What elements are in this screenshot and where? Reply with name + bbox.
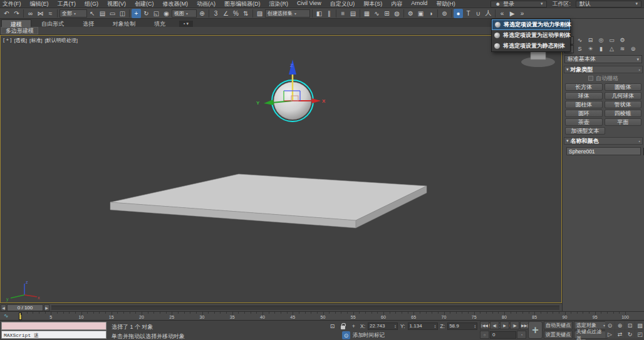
schematic-view-icon[interactable]: ⊞ [382, 9, 392, 18]
pan-icon[interactable]: ⇄ [615, 330, 625, 338]
menu-脚本S[interactable]: 脚本(S) [363, 0, 382, 8]
rendered-frame-window-icon[interactable]: ▣ [416, 9, 425, 18]
zoom-region-icon[interactable]: ▧ [635, 321, 644, 329]
rollout-object-type[interactable]: ▾ 对象类型 ▪ [564, 66, 643, 73]
time-configuration-icon[interactable]: ◔ [517, 331, 526, 339]
percent-snap-icon[interactable]: % [231, 9, 241, 18]
previous-frame-button[interactable]: ◀| [490, 321, 499, 329]
window-crossing-icon[interactable]: ◫ [118, 9, 127, 18]
select-by-name-icon[interactable]: ▤ [98, 9, 107, 18]
tab-选择[interactable]: 选择 [74, 19, 103, 27]
undo-icon[interactable]: ↶ [2, 9, 11, 18]
toggle-ribbon-icon[interactable]: ▦ [362, 9, 371, 18]
auto-key-button[interactable]: 自动关键点 [544, 321, 573, 329]
button-圆柱体[interactable]: 圆柱体 [565, 101, 603, 108]
align-icon[interactable]: ∥ [325, 9, 334, 18]
button-球体[interactable]: 球体 [565, 92, 603, 100]
absolute-mode-icon[interactable]: + [350, 322, 358, 330]
x-coordinate-field[interactable]: 22.743▴▾ [368, 322, 398, 330]
select-object-icon[interactable]: ↖ [88, 9, 97, 18]
workspace-dropdown[interactable]: 默认 ▾ [576, 1, 641, 8]
set-key-button[interactable]: 设置关键点 [544, 331, 573, 339]
select-and-scale-icon[interactable]: ◱ [152, 9, 161, 18]
material-editor-icon[interactable]: ◍ [392, 9, 402, 18]
set-keys-button[interactable]: + [528, 321, 543, 339]
object-name-field[interactable] [566, 147, 641, 155]
menu-自定义U[interactable]: 自定义(U) [330, 0, 355, 8]
menu-文件F[interactable]: 文件(F) [3, 0, 21, 8]
tab-polygon-modeling[interactable]: 多边形建模 [1, 27, 38, 34]
menu-工具T[interactable]: 工具(T) [58, 0, 76, 8]
menu-视图V[interactable]: 视图(V) [107, 0, 126, 8]
add-time-tag[interactable]: ⊙ 添加时间标记 [342, 331, 385, 339]
select-and-place-icon[interactable]: ◉ [162, 9, 171, 18]
rollout-name-color[interactable]: ▾ 名称和颜色 ▪ [564, 137, 643, 145]
toggle-layer-explorer-icon[interactable]: ▤ [348, 9, 358, 18]
render-setup-icon[interactable]: ⚙ [406, 9, 415, 18]
maxscript-mini-listener[interactable]: MAXScript 迷 [1, 331, 106, 339]
button-四棱锥[interactable]: 四棱锥 [605, 110, 642, 117]
zoom-all-icon[interactable]: ⊛ [615, 321, 625, 329]
current-frame-field[interactable]: 0 [490, 331, 516, 339]
button-圆锥体[interactable]: 圆锥体 [605, 83, 642, 91]
motion-tab[interactable]: ◎ [596, 36, 606, 44]
maxscript-macro-recorder[interactable] [1, 322, 106, 330]
modify-tab[interactable]: ∿ [575, 36, 584, 44]
y-coordinate-field[interactable]: 1.134▴▾ [408, 322, 438, 330]
helpers-subtab[interactable]: △ [607, 45, 616, 53]
orbit-icon[interactable]: ↻ [625, 330, 635, 338]
next-frame-arrow[interactable]: ▶ [44, 304, 49, 311]
menu-Civil View[interactable]: Civil View [297, 0, 321, 8]
ribbon-overflow-button[interactable]: ▪ ▾ [179, 21, 193, 27]
angle-snap-icon[interactable]: ∠ [221, 9, 231, 18]
select-and-move-icon[interactable]: + [132, 9, 141, 18]
menu-动画A[interactable]: 动画(A) [197, 0, 216, 8]
shapes-subtab[interactable]: S [575, 45, 584, 53]
reference-coordinate-dropdown[interactable]: 视图▾ [172, 9, 197, 18]
key-filters-button[interactable]: 关键点过滤器... [574, 331, 608, 339]
category-dropdown[interactable]: 标准基本体 ▾ [564, 55, 642, 63]
space-warps-subtab[interactable]: ≋ [618, 45, 627, 53]
pov-icon[interactable]: ▷ [605, 330, 615, 338]
track-bar[interactable]: ∿ 51015202530354045505560657075808590951… [0, 311, 644, 321]
display-tab[interactable]: ▭ [607, 36, 616, 44]
rectangular-selection-region-icon[interactable]: ▭ [108, 9, 117, 18]
edit-named-selection-sets-icon[interactable]: ▨ [255, 9, 264, 18]
bind-to-space-warp-icon[interactable]: ≈ [46, 9, 55, 18]
snaps-toggle-icon[interactable]: 3 [211, 9, 221, 18]
zoom-extents-icon[interactable]: ⊡ [625, 321, 635, 329]
menu-帮助H[interactable]: 帮助(H) [436, 0, 455, 8]
utilities-tab[interactable]: ⚙ [618, 36, 627, 44]
key-mode-toggle[interactable]: ○ [480, 331, 489, 339]
curve-editor-icon[interactable]: ∿ [372, 9, 382, 18]
viewport-shading-menu[interactable]: [默认明暗处理] [44, 37, 77, 44]
viewport-pov-menu[interactable]: [透视] [14, 37, 27, 44]
viewport-general-menu[interactable]: [ + ] [3, 37, 12, 44]
select-and-rotate-icon[interactable]: ↻ [142, 9, 151, 18]
menu-渲染R[interactable]: 渲染(R) [269, 0, 289, 8]
hierarchy-tab[interactable]: ⊟ [586, 36, 595, 44]
menu-Arnold[interactable]: Arnold [411, 0, 427, 8]
create-ragdoll-icon[interactable]: 人 [484, 9, 493, 18]
selection-filter-dropdown[interactable]: 全部▾ [60, 9, 87, 18]
redo-icon[interactable]: ↷ [12, 9, 21, 18]
mcloth-icon[interactable]: T [464, 9, 473, 18]
play-button[interactable]: ▶ [500, 321, 509, 329]
login-button[interactable]: ☻ 登录 ▾ [491, 1, 547, 8]
button-平面[interactable]: 平面 [605, 118, 642, 126]
systems-subtab[interactable]: ⊚ [628, 45, 638, 53]
reset-simulation-icon[interactable]: « [497, 9, 507, 18]
massfx-world-settings-icon[interactable]: ⊚ [440, 9, 449, 18]
render-production-icon[interactable]: ◑ [426, 9, 435, 18]
set-dynamic-rigid-body-icon[interactable]: ● [454, 9, 463, 18]
menu-修改器M[interactable]: 修改器(M) [163, 0, 189, 8]
menu-内容[interactable]: 内容 [391, 0, 402, 8]
maximize-viewport-icon[interactable]: ◰ [635, 330, 644, 338]
time-slider-track[interactable] [51, 306, 559, 310]
tab-建模[interactable]: 建模 [1, 19, 31, 27]
viewport-standard-menu[interactable]: [标准] [29, 37, 42, 44]
step-simulation-icon[interactable]: » [517, 9, 527, 18]
menu-组G[interactable]: 组(G) [85, 0, 98, 8]
autogrid-checkbox[interactable] [588, 76, 593, 81]
viewport-perspective[interactable]: [ + ][透视][标准][默认明暗处理] [0, 35, 562, 303]
